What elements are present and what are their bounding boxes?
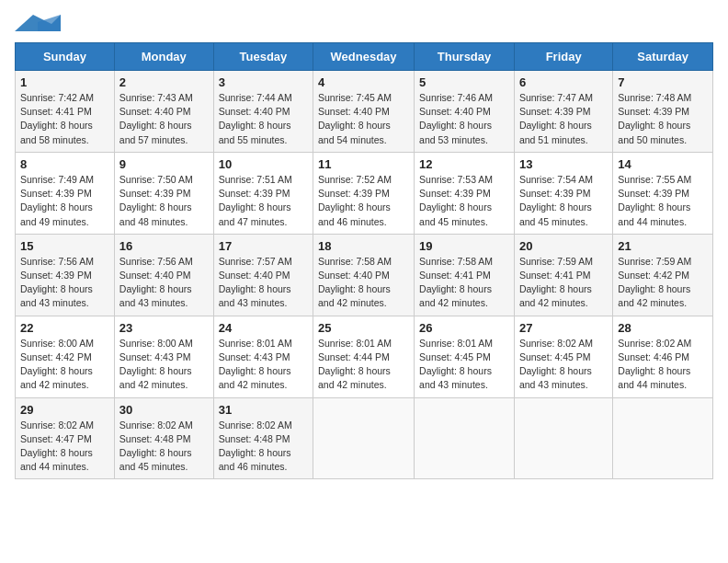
calendar-cell: 18Sunrise: 7:58 AMSunset: 4:40 PMDayligh… [313, 234, 415, 316]
day-number: 4 [318, 75, 409, 89]
day-number: 29 [20, 403, 109, 417]
logo [15, 15, 61, 35]
calendar-cell: 12Sunrise: 7:53 AMSunset: 4:39 PMDayligh… [415, 152, 515, 234]
day-number: 12 [419, 157, 509, 171]
calendar-cell: 20Sunrise: 7:59 AMSunset: 4:41 PMDayligh… [514, 234, 612, 316]
calendar-week-row: 8Sunrise: 7:49 AMSunset: 4:39 PMDaylight… [16, 152, 713, 234]
calendar-cell: 19Sunrise: 7:58 AMSunset: 4:41 PMDayligh… [415, 234, 515, 316]
day-detail: Sunrise: 7:56 AMSunset: 4:39 PMDaylight:… [20, 255, 109, 311]
calendar-cell [613, 397, 713, 479]
calendar-week-row: 29Sunrise: 8:02 AMSunset: 4:47 PMDayligh… [16, 397, 713, 479]
calendar-cell: 14Sunrise: 7:55 AMSunset: 4:39 PMDayligh… [613, 152, 713, 234]
day-number: 15 [20, 239, 109, 253]
calendar-cell: 24Sunrise: 8:01 AMSunset: 4:43 PMDayligh… [213, 316, 313, 397]
calendar-cell: 15Sunrise: 7:56 AMSunset: 4:39 PMDayligh… [16, 234, 115, 316]
day-number: 8 [20, 157, 109, 171]
day-number: 21 [618, 239, 708, 253]
calendar-cell: 10Sunrise: 7:51 AMSunset: 4:39 PMDayligh… [213, 152, 313, 234]
calendar-cell: 25Sunrise: 8:01 AMSunset: 4:44 PMDayligh… [313, 316, 415, 397]
day-detail: Sunrise: 7:58 AMSunset: 4:40 PMDaylight:… [318, 255, 409, 311]
day-number: 19 [419, 239, 509, 253]
calendar-header-row: SundayMondayTuesdayWednesdayThursdayFrid… [16, 43, 713, 71]
day-detail: Sunrise: 7:46 AMSunset: 4:40 PMDaylight:… [419, 91, 509, 147]
day-number: 31 [219, 403, 308, 417]
day-detail: Sunrise: 7:56 AMSunset: 4:40 PMDaylight:… [119, 255, 209, 311]
day-number: 22 [20, 321, 109, 335]
calendar-cell: 1Sunrise: 7:42 AMSunset: 4:41 PMDaylight… [16, 71, 115, 153]
calendar-cell: 13Sunrise: 7:54 AMSunset: 4:39 PMDayligh… [514, 152, 612, 234]
logo-icon [15, 15, 61, 31]
calendar-cell: 29Sunrise: 8:02 AMSunset: 4:47 PMDayligh… [16, 397, 115, 479]
calendar-cell: 8Sunrise: 7:49 AMSunset: 4:39 PMDaylight… [16, 152, 115, 234]
day-detail: Sunrise: 8:02 AMSunset: 4:46 PMDaylight:… [618, 337, 708, 393]
day-detail: Sunrise: 7:54 AMSunset: 4:39 PMDaylight:… [519, 173, 608, 229]
day-detail: Sunrise: 8:02 AMSunset: 4:45 PMDaylight:… [519, 337, 608, 393]
day-number: 20 [519, 239, 608, 253]
day-number: 28 [618, 321, 708, 335]
day-detail: Sunrise: 7:48 AMSunset: 4:39 PMDaylight:… [618, 91, 708, 147]
day-number: 2 [119, 75, 209, 89]
day-detail: Sunrise: 7:43 AMSunset: 4:40 PMDaylight:… [119, 91, 209, 147]
day-number: 10 [219, 157, 308, 171]
calendar-cell: 7Sunrise: 7:48 AMSunset: 4:39 PMDaylight… [613, 71, 713, 153]
calendar-cell: 5Sunrise: 7:46 AMSunset: 4:40 PMDaylight… [415, 71, 515, 153]
day-number: 17 [219, 239, 308, 253]
calendar-cell: 31Sunrise: 8:02 AMSunset: 4:48 PMDayligh… [213, 397, 313, 479]
calendar-cell: 26Sunrise: 8:01 AMSunset: 4:45 PMDayligh… [415, 316, 515, 397]
day-detail: Sunrise: 8:02 AMSunset: 4:47 PMDaylight:… [20, 419, 109, 475]
day-detail: Sunrise: 7:42 AMSunset: 4:41 PMDaylight:… [20, 91, 109, 147]
day-detail: Sunrise: 8:01 AMSunset: 4:45 PMDaylight:… [419, 337, 509, 393]
day-number: 3 [219, 75, 308, 89]
calendar-cell: 11Sunrise: 7:52 AMSunset: 4:39 PMDayligh… [313, 152, 415, 234]
day-number: 5 [419, 75, 509, 89]
calendar-cell [514, 397, 612, 479]
calendar-header: SundayMondayTuesdayWednesdayThursdayFrid… [16, 43, 713, 71]
day-detail: Sunrise: 7:47 AMSunset: 4:39 PMDaylight:… [519, 91, 608, 147]
day-detail: Sunrise: 8:00 AMSunset: 4:42 PMDaylight:… [20, 337, 109, 393]
day-number: 16 [119, 239, 209, 253]
calendar-week-row: 15Sunrise: 7:56 AMSunset: 4:39 PMDayligh… [16, 234, 713, 316]
day-number: 14 [618, 157, 708, 171]
day-detail: Sunrise: 7:59 AMSunset: 4:42 PMDaylight:… [618, 255, 708, 311]
calendar-day-header: Friday [514, 43, 612, 71]
day-detail: Sunrise: 8:02 AMSunset: 4:48 PMDaylight:… [119, 419, 209, 475]
calendar-cell [313, 397, 415, 479]
day-number: 23 [119, 321, 209, 335]
calendar-cell: 22Sunrise: 8:00 AMSunset: 4:42 PMDayligh… [16, 316, 115, 397]
day-number: 6 [519, 75, 608, 89]
calendar-body: 1Sunrise: 7:42 AMSunset: 4:41 PMDaylight… [16, 71, 713, 479]
calendar-cell: 16Sunrise: 7:56 AMSunset: 4:40 PMDayligh… [114, 234, 213, 316]
day-number: 9 [119, 157, 209, 171]
day-detail: Sunrise: 7:57 AMSunset: 4:40 PMDaylight:… [219, 255, 308, 311]
calendar-cell: 2Sunrise: 7:43 AMSunset: 4:40 PMDaylight… [114, 71, 213, 153]
day-detail: Sunrise: 8:00 AMSunset: 4:43 PMDaylight:… [119, 337, 209, 393]
day-detail: Sunrise: 7:51 AMSunset: 4:39 PMDaylight:… [219, 173, 308, 229]
day-number: 25 [318, 321, 409, 335]
day-detail: Sunrise: 7:58 AMSunset: 4:41 PMDaylight:… [419, 255, 509, 311]
calendar-cell: 6Sunrise: 7:47 AMSunset: 4:39 PMDaylight… [514, 71, 612, 153]
calendar-cell [415, 397, 515, 479]
calendar-cell: 3Sunrise: 7:44 AMSunset: 4:40 PMDaylight… [213, 71, 313, 153]
calendar-table: SundayMondayTuesdayWednesdayThursdayFrid… [15, 42, 713, 479]
calendar-cell: 4Sunrise: 7:45 AMSunset: 4:40 PMDaylight… [313, 71, 415, 153]
day-detail: Sunrise: 8:01 AMSunset: 4:44 PMDaylight:… [318, 337, 409, 393]
day-detail: Sunrise: 8:02 AMSunset: 4:48 PMDaylight:… [219, 419, 308, 475]
calendar-cell: 28Sunrise: 8:02 AMSunset: 4:46 PMDayligh… [613, 316, 713, 397]
page-header [15, 15, 713, 35]
svg-marker-1 [38, 15, 61, 31]
calendar-cell: 27Sunrise: 8:02 AMSunset: 4:45 PMDayligh… [514, 316, 612, 397]
calendar-cell: 9Sunrise: 7:50 AMSunset: 4:39 PMDaylight… [114, 152, 213, 234]
calendar-cell: 21Sunrise: 7:59 AMSunset: 4:42 PMDayligh… [613, 234, 713, 316]
day-number: 24 [219, 321, 308, 335]
day-number: 18 [318, 239, 409, 253]
calendar-cell: 30Sunrise: 8:02 AMSunset: 4:48 PMDayligh… [114, 397, 213, 479]
calendar-day-header: Thursday [415, 43, 515, 71]
calendar-week-row: 1Sunrise: 7:42 AMSunset: 4:41 PMDaylight… [16, 71, 713, 153]
day-detail: Sunrise: 7:59 AMSunset: 4:41 PMDaylight:… [519, 255, 608, 311]
day-detail: Sunrise: 7:49 AMSunset: 4:39 PMDaylight:… [20, 173, 109, 229]
day-detail: Sunrise: 7:53 AMSunset: 4:39 PMDaylight:… [419, 173, 509, 229]
day-detail: Sunrise: 7:44 AMSunset: 4:40 PMDaylight:… [219, 91, 308, 147]
day-detail: Sunrise: 7:45 AMSunset: 4:40 PMDaylight:… [318, 91, 409, 147]
calendar-week-row: 22Sunrise: 8:00 AMSunset: 4:42 PMDayligh… [16, 316, 713, 397]
day-detail: Sunrise: 7:55 AMSunset: 4:39 PMDaylight:… [618, 173, 708, 229]
